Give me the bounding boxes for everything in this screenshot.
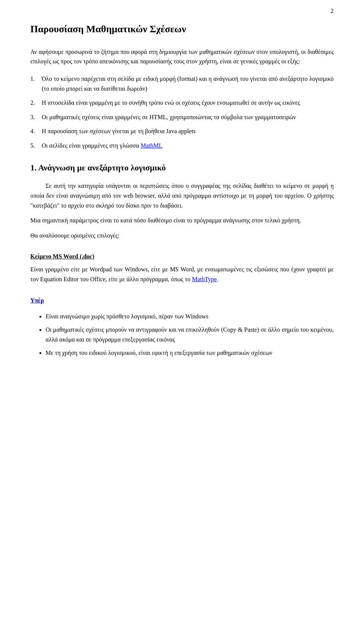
subsection-paragraph: Είναι γραμμένο είτε με Wordpad των Windo… <box>30 265 334 284</box>
section1-paragraph2: Μια σημαντική παράμετρος είναι το κατά π… <box>30 216 334 225</box>
main-title: Παρουσίαση Μαθηματικών Σχέσεων <box>30 23 334 36</box>
pros-item-text: Είναι αναγνώσιμο χωρίς πρόσθετο λογισμικ… <box>46 313 208 320</box>
list-item: 2. Η ιστοσελίδα είναι γραμμένη με το συν… <box>30 98 334 108</box>
page-number: 2 <box>331 8 334 14</box>
list-item: 4. Η παρουσίαση των σχέσεων γίνεται με τ… <box>30 126 334 136</box>
list-item-text: Οι μαθηματικές σχέσεις είναι γραμμένες σ… <box>42 114 296 120</box>
pros-item: Με τη χρήση του ειδικού λογισμικού, είνα… <box>46 348 334 358</box>
pros-section: Υπέρ Είναι αναγνώσιμο χωρίς πρόσθετο λογ… <box>30 290 334 358</box>
mathtype-link[interactable]: MathType <box>192 276 217 282</box>
section1-title: 1. Ανάγνωση με ανεξάρτητο λογισμικό <box>30 162 334 174</box>
subsection-msword: Κείμενο MS Word (.doc) Είναι γραμμένο εί… <box>30 246 334 284</box>
intro-paragraph: Αν αφήσουμε προσωρινά το ζήτημα που αφορ… <box>30 47 334 66</box>
list-item-num: 5. <box>30 141 35 151</box>
page-container: 2 Παρουσίαση Μαθηματικών Σχέσεων Αν αφήσ… <box>0 0 364 638</box>
list-item-text: Οι σελίδες είναι γραμμένες στη γλώσσα Ma… <box>42 142 163 149</box>
list-item-num: 3. <box>30 112 35 122</box>
pros-list: Είναι αναγνώσιμο χωρίς πρόσθετο λογισμικ… <box>46 312 334 358</box>
subsection-title: Κείμενο MS Word (.doc) <box>30 253 94 260</box>
mathml-link[interactable]: MathML <box>141 142 163 149</box>
list-item-num: 2. <box>30 98 35 108</box>
pros-item-text: Με τη χρήση του ειδικού λογισμικού, είνα… <box>46 350 272 356</box>
section1-paragraph1: Σε αυτή την κατηγορία υπάγονται οι περιπ… <box>30 181 334 210</box>
list-item-num: 1. <box>30 74 35 84</box>
pros-item: Είναι αναγνώσιμο χωρίς πρόσθετο λογισμικ… <box>46 312 334 321</box>
list-item-text: Όλο το κείμενο παρέχεται στη σελίδα με ε… <box>42 76 334 92</box>
list-item-text: Η ιστοσελίδα είναι γραμμένη με το συνήθη… <box>42 99 300 106</box>
numbered-list: 1. Όλο το κείμενο παρέχεται στη σελίδα μ… <box>30 74 334 151</box>
pros-item-text: Οι μαθηματικές σχέσεις μπορούν να αντιγρ… <box>46 326 334 343</box>
list-item-num: 4. <box>30 126 35 136</box>
list-item: 5. Οι σελίδες είναι γραμμένες στη γλώσσα… <box>30 141 334 151</box>
pros-label: Υπέρ <box>30 297 44 304</box>
list-item: 3. Οι μαθηματικές σχέσεις είναι γραμμένε… <box>30 112 334 122</box>
list-item-text: Η παρουσίαση των σχέσεων γίνεται με τη β… <box>42 128 196 134</box>
pros-item: Οι μαθηματικές σχέσεις μπορούν να αντιγρ… <box>46 325 334 344</box>
section1-paragraph3: Θα αναλύσουμε ορισμένες επιλογές: <box>30 231 334 241</box>
list-item: 1. Όλο το κείμενο παρέχεται στη σελίδα μ… <box>30 74 334 93</box>
